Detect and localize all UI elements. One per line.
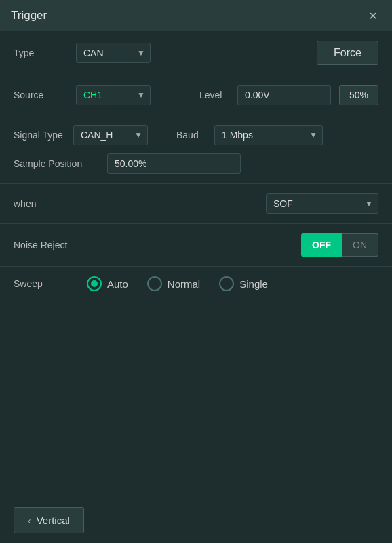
vertical-button[interactable]: ‹ Vertical bbox=[14, 507, 84, 533]
sweep-label: Sweep bbox=[14, 278, 68, 289]
force-button[interactable]: Force bbox=[317, 41, 378, 65]
noise-reject-label: Noise Reject bbox=[14, 240, 81, 250]
sweep-normal-item[interactable]: Normal bbox=[147, 276, 200, 291]
type-section: Type CAN I2C SPI UART LIN ▼ Force bbox=[0, 31, 392, 75]
sweep-row: Sweep Auto Normal Single bbox=[14, 276, 378, 291]
sweep-auto-item[interactable]: Auto bbox=[87, 276, 128, 291]
sweep-auto-label: Auto bbox=[107, 278, 128, 290]
bottom-bar: ‹ Vertical bbox=[0, 498, 392, 543]
type-label: Type bbox=[14, 48, 68, 58]
signal-select-wrap: CAN_H CAN_L Tx Rx ▼ bbox=[73, 125, 148, 145]
close-button[interactable]: × bbox=[365, 7, 381, 24]
percent-button[interactable]: 50% bbox=[339, 85, 378, 105]
sample-position-input[interactable] bbox=[107, 153, 241, 174]
sweep-auto-radio[interactable] bbox=[87, 276, 102, 291]
sample-position-row: Sample Position bbox=[14, 153, 378, 174]
noise-reject-off-button[interactable]: OFF bbox=[301, 233, 342, 257]
type-select-wrap: CAN I2C SPI UART LIN ▼ bbox=[76, 43, 151, 63]
when-select-wrap: SOF EOF ID Data Error ▼ bbox=[266, 193, 378, 214]
chevron-left-icon: ‹ bbox=[28, 515, 31, 526]
level-input[interactable]: 0.00V bbox=[237, 85, 331, 105]
source-section: Source CH1 CH2 CH3 CH4 ▼ Level 0.00V 50% bbox=[0, 75, 392, 115]
signal-type-select[interactable]: CAN_H CAN_L Tx Rx bbox=[73, 125, 148, 145]
baud-label: Baud bbox=[176, 130, 206, 141]
source-label: Source bbox=[14, 90, 68, 100]
content-area: Type CAN I2C SPI UART LIN ▼ Force Source bbox=[0, 31, 392, 543]
sweep-single-item[interactable]: Single bbox=[219, 276, 268, 291]
noise-reject-on-button[interactable]: ON bbox=[342, 233, 378, 257]
when-section: when SOF EOF ID Data Error ▼ bbox=[0, 184, 392, 224]
level-label: Level bbox=[199, 90, 229, 100]
signal-section: Signal Type CAN_H CAN_L Tx Rx ▼ Baud 1 M… bbox=[0, 115, 392, 184]
noise-reject-row: Noise Reject OFF ON bbox=[14, 233, 378, 257]
sweep-single-radio[interactable] bbox=[219, 276, 234, 291]
sweep-normal-label: Normal bbox=[168, 278, 200, 290]
sweep-radio-group: Auto Normal Single bbox=[87, 276, 268, 291]
sweep-normal-radio[interactable] bbox=[147, 276, 162, 291]
vertical-label: Vertical bbox=[37, 514, 70, 526]
signal-type-label: Signal Type bbox=[14, 130, 65, 141]
noise-reject-section: Noise Reject OFF ON bbox=[0, 224, 392, 267]
sweep-single-label: Single bbox=[239, 278, 268, 290]
window-title: Trigger bbox=[11, 9, 47, 22]
title-bar: Trigger × bbox=[0, 0, 392, 31]
source-row: Source CH1 CH2 CH3 CH4 ▼ Level 0.00V 50% bbox=[14, 85, 378, 105]
when-label: when bbox=[14, 198, 68, 209]
when-row: when SOF EOF ID Data Error ▼ bbox=[14, 193, 378, 214]
sweep-section: Sweep Auto Normal Single bbox=[0, 267, 392, 301]
source-select-wrap: CH1 CH2 CH3 CH4 ▼ bbox=[76, 85, 151, 105]
baud-select[interactable]: 1 Mbps 500 Kbps 250 Kbps 125 Kbps bbox=[214, 125, 323, 145]
sample-position-label: Sample Position bbox=[14, 158, 99, 169]
noise-reject-toggle: OFF ON bbox=[301, 233, 378, 257]
baud-select-wrap: 1 Mbps 500 Kbps 250 Kbps 125 Kbps ▼ bbox=[214, 125, 323, 145]
type-select[interactable]: CAN I2C SPI UART LIN bbox=[76, 43, 151, 63]
trigger-window: Trigger × Type CAN I2C SPI UART LIN ▼ Fo… bbox=[0, 0, 392, 543]
when-select[interactable]: SOF EOF ID Data Error bbox=[266, 193, 378, 214]
signal-type-row: Signal Type CAN_H CAN_L Tx Rx ▼ Baud 1 M… bbox=[14, 125, 378, 145]
type-row: Type CAN I2C SPI UART LIN ▼ Force bbox=[14, 41, 378, 65]
source-select[interactable]: CH1 CH2 CH3 CH4 bbox=[76, 85, 151, 105]
